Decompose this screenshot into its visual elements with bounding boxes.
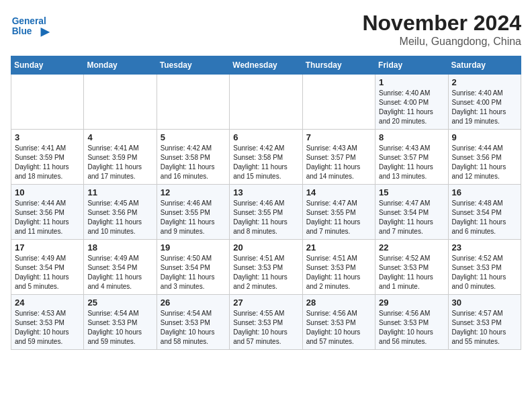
calendar-day-cell [11, 75, 84, 130]
calendar-day-cell: 3Sunrise: 4:41 AM Sunset: 3:59 PM Daylig… [11, 130, 84, 185]
day-info: Sunrise: 4:43 AM Sunset: 3:57 PM Dayligh… [379, 144, 444, 181]
day-info: Sunrise: 4:46 AM Sunset: 3:55 PM Dayligh… [161, 199, 226, 236]
calendar-day-cell: 30Sunrise: 4:57 AM Sunset: 3:53 PM Dayli… [448, 295, 521, 350]
day-number: 25 [87, 298, 152, 308]
svg-text:Blue: Blue [12, 26, 32, 36]
day-number: 26 [161, 298, 226, 308]
day-number: 8 [379, 132, 444, 142]
day-number: 2 [452, 77, 517, 87]
calendar-day-cell: 17Sunrise: 4:49 AM Sunset: 3:54 PM Dayli… [11, 240, 84, 295]
weekday-header-thursday: Thursday [302, 56, 375, 75]
day-info: Sunrise: 4:45 AM Sunset: 3:56 PM Dayligh… [87, 199, 152, 236]
calendar-day-cell: 2Sunrise: 4:40 AM Sunset: 4:00 PM Daylig… [448, 75, 521, 130]
calendar-week-row: 1Sunrise: 4:40 AM Sunset: 4:00 PM Daylig… [11, 75, 521, 130]
weekday-header-friday: Friday [375, 56, 448, 75]
day-number: 15 [379, 187, 444, 197]
day-info: Sunrise: 4:56 AM Sunset: 3:53 PM Dayligh… [379, 309, 444, 347]
day-info: Sunrise: 4:47 AM Sunset: 3:55 PM Dayligh… [306, 199, 371, 236]
weekday-header-sunday: Sunday [11, 56, 84, 75]
calendar-day-cell: 22Sunrise: 4:52 AM Sunset: 3:53 PM Dayli… [375, 240, 448, 295]
calendar-day-cell [84, 75, 157, 130]
day-info: Sunrise: 4:50 AM Sunset: 3:54 PM Dayligh… [161, 254, 226, 291]
day-number: 6 [233, 132, 298, 142]
day-info: Sunrise: 4:40 AM Sunset: 4:00 PM Dayligh… [452, 89, 517, 126]
calendar-day-cell [230, 75, 302, 130]
logo-svg: General Blue [11, 11, 51, 41]
calendar-day-cell [157, 75, 229, 130]
day-info: Sunrise: 4:54 AM Sunset: 3:53 PM Dayligh… [161, 309, 226, 347]
day-number: 19 [161, 242, 226, 253]
calendar-day-cell: 7Sunrise: 4:43 AM Sunset: 3:57 PM Daylig… [302, 130, 375, 185]
day-number: 20 [233, 242, 298, 253]
calendar-day-cell: 5Sunrise: 4:42 AM Sunset: 3:58 PM Daylig… [157, 130, 229, 185]
day-info: Sunrise: 4:43 AM Sunset: 3:57 PM Dayligh… [306, 144, 371, 181]
day-info: Sunrise: 4:57 AM Sunset: 3:53 PM Dayligh… [452, 309, 517, 347]
day-number: 14 [306, 187, 371, 197]
calendar-week-row: 3Sunrise: 4:41 AM Sunset: 3:59 PM Daylig… [11, 130, 521, 185]
day-number: 7 [306, 132, 371, 142]
weekday-header-saturday: Saturday [448, 56, 521, 75]
day-info: Sunrise: 4:53 AM Sunset: 3:53 PM Dayligh… [15, 309, 80, 347]
calendar-day-cell: 6Sunrise: 4:42 AM Sunset: 3:58 PM Daylig… [230, 130, 302, 185]
day-number: 28 [306, 298, 371, 308]
calendar-day-cell: 18Sunrise: 4:49 AM Sunset: 3:54 PM Dayli… [84, 240, 157, 295]
day-info: Sunrise: 4:46 AM Sunset: 3:55 PM Dayligh… [233, 199, 298, 236]
title-block: November 2024 Meilu, Guangdong, China [362, 11, 521, 48]
day-info: Sunrise: 4:49 AM Sunset: 3:54 PM Dayligh… [15, 254, 80, 291]
day-info: Sunrise: 4:51 AM Sunset: 3:53 PM Dayligh… [233, 254, 298, 291]
svg-marker-2 [41, 28, 50, 37]
day-number: 24 [15, 298, 80, 308]
calendar-day-cell: 20Sunrise: 4:51 AM Sunset: 3:53 PM Dayli… [230, 240, 302, 295]
day-info: Sunrise: 4:52 AM Sunset: 3:53 PM Dayligh… [379, 254, 444, 291]
weekday-header-row: SundayMondayTuesdayWednesdayThursdayFrid… [11, 56, 521, 75]
day-number: 11 [87, 187, 152, 197]
day-info: Sunrise: 4:52 AM Sunset: 3:53 PM Dayligh… [452, 254, 517, 291]
day-info: Sunrise: 4:44 AM Sunset: 3:56 PM Dayligh… [452, 144, 517, 181]
weekday-header-tuesday: Tuesday [157, 56, 229, 75]
calendar-day-cell: 11Sunrise: 4:45 AM Sunset: 3:56 PM Dayli… [84, 185, 157, 240]
calendar-day-cell: 29Sunrise: 4:56 AM Sunset: 3:53 PM Dayli… [375, 295, 448, 350]
calendar-day-cell: 1Sunrise: 4:40 AM Sunset: 4:00 PM Daylig… [375, 75, 448, 130]
calendar-day-cell: 27Sunrise: 4:55 AM Sunset: 3:53 PM Dayli… [230, 295, 302, 350]
day-number: 29 [379, 298, 444, 308]
day-info: Sunrise: 4:55 AM Sunset: 3:53 PM Dayligh… [233, 309, 298, 347]
day-number: 21 [306, 242, 371, 253]
calendar-day-cell: 23Sunrise: 4:52 AM Sunset: 3:53 PM Dayli… [448, 240, 521, 295]
day-info: Sunrise: 4:47 AM Sunset: 3:54 PM Dayligh… [379, 199, 444, 236]
page-header: General Blue November 2024 Meilu, Guangd… [11, 11, 521, 48]
calendar-week-row: 10Sunrise: 4:44 AM Sunset: 3:56 PM Dayli… [11, 185, 521, 240]
day-number: 3 [15, 132, 80, 142]
calendar-day-cell: 9Sunrise: 4:44 AM Sunset: 3:56 PM Daylig… [448, 130, 521, 185]
weekday-header-wednesday: Wednesday [230, 56, 302, 75]
calendar-subtitle: Meilu, Guangdong, China [362, 36, 521, 48]
calendar-day-cell: 4Sunrise: 4:41 AM Sunset: 3:59 PM Daylig… [84, 130, 157, 185]
day-number: 27 [233, 298, 298, 308]
day-info: Sunrise: 4:41 AM Sunset: 3:59 PM Dayligh… [15, 144, 80, 181]
day-info: Sunrise: 4:44 AM Sunset: 3:56 PM Dayligh… [15, 199, 80, 236]
day-number: 5 [161, 132, 226, 142]
day-info: Sunrise: 4:54 AM Sunset: 3:53 PM Dayligh… [87, 309, 152, 347]
day-info: Sunrise: 4:56 AM Sunset: 3:53 PM Dayligh… [306, 309, 371, 347]
day-info: Sunrise: 4:51 AM Sunset: 3:53 PM Dayligh… [306, 254, 371, 291]
calendar-day-cell: 24Sunrise: 4:53 AM Sunset: 3:53 PM Dayli… [11, 295, 84, 350]
calendar-day-cell: 14Sunrise: 4:47 AM Sunset: 3:55 PM Dayli… [302, 185, 375, 240]
calendar-day-cell: 15Sunrise: 4:47 AM Sunset: 3:54 PM Dayli… [375, 185, 448, 240]
calendar-week-row: 17Sunrise: 4:49 AM Sunset: 3:54 PM Dayli… [11, 240, 521, 295]
calendar-day-cell [302, 75, 375, 130]
calendar-day-cell: 12Sunrise: 4:46 AM Sunset: 3:55 PM Dayli… [157, 185, 229, 240]
day-info: Sunrise: 4:42 AM Sunset: 3:58 PM Dayligh… [233, 144, 298, 181]
day-number: 23 [452, 242, 517, 253]
day-number: 12 [161, 187, 226, 197]
day-number: 18 [87, 242, 152, 253]
day-number: 17 [15, 242, 80, 253]
day-number: 9 [452, 132, 517, 142]
day-info: Sunrise: 4:42 AM Sunset: 3:58 PM Dayligh… [161, 144, 226, 181]
calendar-day-cell: 19Sunrise: 4:50 AM Sunset: 3:54 PM Dayli… [157, 240, 229, 295]
calendar-day-cell: 25Sunrise: 4:54 AM Sunset: 3:53 PM Dayli… [84, 295, 157, 350]
calendar-table: SundayMondayTuesdayWednesdayThursdayFrid… [11, 56, 521, 350]
day-number: 30 [452, 298, 517, 308]
day-number: 1 [379, 77, 444, 87]
day-number: 22 [379, 242, 444, 253]
day-number: 10 [15, 187, 80, 197]
svg-text:General: General [12, 16, 46, 26]
